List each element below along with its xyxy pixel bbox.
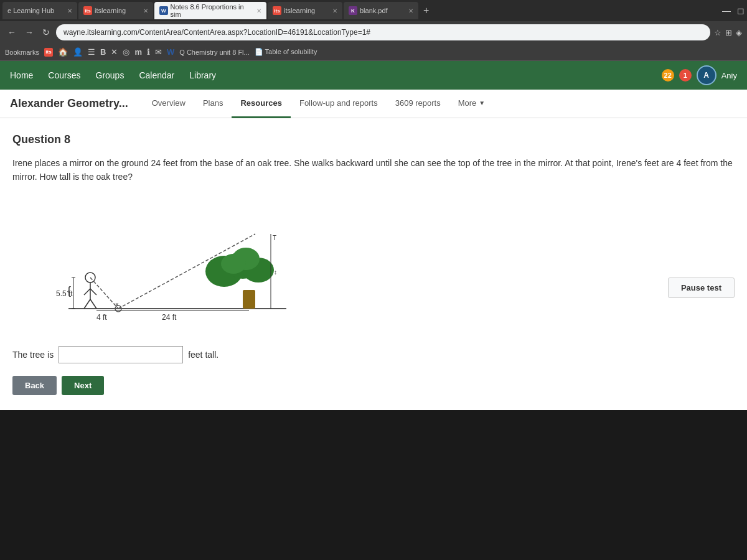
tab-blank[interactable]: K blank.pdf ✕ — [344, 2, 418, 19]
pause-test-button[interactable]: Pause test — [668, 278, 735, 298]
bookmark-icon-mail[interactable]: ✉ — [155, 47, 162, 57]
tab-icon-k: K — [349, 6, 357, 15]
answer-input[interactable] — [59, 346, 183, 363]
subnav-more[interactable]: More ▼ — [449, 90, 494, 118]
address-input[interactable] — [56, 24, 710, 40]
top-navigation: Home Courses Groups Calendar Library 22 … — [0, 61, 747, 90]
subnav-overview[interactable]: Overview — [143, 90, 194, 118]
svg-text:{: { — [67, 284, 71, 297]
next-button[interactable]: Next — [62, 376, 104, 395]
bookmark-icon-chemistry[interactable]: Q Chemistry unit 8 Fl... — [179, 49, 249, 56]
grid-icon[interactable]: ⊞ — [725, 28, 732, 37]
bookmark-icon-m[interactable]: m — [134, 47, 142, 57]
subnav-plans[interactable]: Plans — [194, 90, 232, 118]
user-name: Aniy — [721, 71, 737, 80]
nav-groups[interactable]: Groups — [96, 68, 125, 83]
tab-label: e Learning Hub — [7, 7, 54, 14]
tab-learning-hub[interactable]: e Learning Hub ✕ — [2, 2, 77, 19]
diagram-area: 5.5 ft { × T — [50, 197, 311, 334]
question-header: Question 8 — [12, 133, 735, 146]
svg-line-6 — [90, 289, 96, 295]
tab-label: Notes 8.6 Proportions in sim — [171, 3, 254, 18]
top-nav-right: 22 1 A Aniy — [662, 65, 737, 85]
svg-line-5 — [84, 289, 90, 295]
notification-badge-1[interactable]: 1 — [679, 69, 692, 82]
restore-icon[interactable]: ◻ — [737, 6, 745, 16]
nav-calendar[interactable]: Calendar — [139, 68, 174, 83]
tab-icon-its1: its — [83, 6, 92, 15]
minimize-icon[interactable]: — — [722, 6, 731, 16]
answer-area: The tree is feet tall. — [12, 346, 735, 363]
answer-prefix: The tree is — [12, 350, 54, 360]
subnav-resources[interactable]: Resources — [232, 90, 290, 118]
tab-close-its1[interactable]: ✕ — [143, 7, 148, 14]
question-text: Irene places a mirror on the ground 24 f… — [12, 156, 735, 184]
svg-text:×: × — [115, 301, 119, 308]
svg-text:T: T — [273, 235, 276, 241]
tab-label: blank.pdf — [360, 7, 388, 14]
tab-notes[interactable]: W Notes 8.6 Proportions in sim ✕ — [154, 2, 266, 19]
new-tab-button[interactable]: + — [420, 5, 433, 16]
main-content: Question 8 Irene places a mirror on the … — [0, 118, 747, 410]
browser-chrome: e Learning Hub ✕ its itslearning ✕ W Not… — [0, 0, 747, 61]
bookmark-icon-home[interactable]: 🏠 — [58, 47, 68, 57]
bookmark-icon-list[interactable]: ☰ — [88, 47, 95, 57]
reload-button[interactable]: ↻ — [40, 26, 52, 39]
bookmarks-label: Bookmarks — [5, 49, 39, 56]
address-bar: ← → ↻ ☆ ⊞ ◈ — [0, 21, 747, 44]
back-nav-button[interactable]: ← — [5, 26, 19, 39]
subnav-followup[interactable]: Follow-up and reports — [291, 90, 387, 118]
tab-label: itslearning — [95, 7, 126, 14]
svg-rect-16 — [243, 290, 255, 309]
tab-itslearning1[interactable]: its itslearning ✕ — [78, 2, 153, 19]
back-button[interactable]: Back — [12, 376, 57, 395]
page-content: Home Courses Groups Calendar Library 22 … — [0, 61, 747, 410]
pause-test-area: Pause test — [668, 278, 735, 298]
tab-itslearning2[interactable]: its itslearning ✕ — [268, 2, 342, 19]
notification-badge-22[interactable]: 22 — [662, 69, 674, 82]
svg-text:4 ft: 4 ft — [96, 313, 107, 322]
avatar-initials: A — [703, 71, 709, 80]
forward-nav-button[interactable]: → — [22, 26, 36, 39]
bookmark-icon-star2[interactable]: ✕ — [111, 47, 118, 57]
bookmark-its[interactable]: its — [44, 48, 53, 57]
tab-close-its2[interactable]: ✕ — [332, 7, 337, 14]
svg-line-4 — [90, 299, 96, 309]
bookmark-star-icon[interactable]: ☆ — [714, 28, 721, 37]
tab-bar: e Learning Hub ✕ its itslearning ✕ W Not… — [0, 0, 747, 21]
bookmarks-bar: Bookmarks its 🏠 👤 ☰ B ✕ ◎ m ℹ ✉ W Q Chem… — [0, 44, 747, 61]
nav-courses[interactable]: Courses — [48, 68, 80, 83]
extension-icon[interactable]: ◈ — [736, 28, 742, 37]
tab-close-blank[interactable]: ✕ — [408, 7, 413, 14]
answer-suffix: feet tall. — [188, 350, 218, 360]
bookmark-icon-compass[interactable]: ◎ — [123, 47, 129, 57]
bookmark-icon-person[interactable]: 👤 — [73, 47, 83, 57]
navigation-buttons: Back Next — [12, 376, 735, 395]
sub-navigation: Alexander Geometry... Overview Plans Res… — [0, 90, 747, 118]
course-title: Alexander Geometry... — [10, 97, 128, 110]
svg-line-3 — [84, 299, 90, 309]
more-label: More — [458, 98, 477, 108]
bookmark-icon-b[interactable]: B — [100, 47, 106, 57]
tab-icon-its2: its — [273, 6, 281, 15]
tab-close-notes[interactable]: ✕ — [256, 7, 261, 14]
nav-library[interactable]: Library — [189, 68, 216, 83]
user-avatar[interactable]: A — [697, 65, 716, 85]
bookmark-icon-table[interactable]: 📄 Table of solubility — [255, 48, 317, 56]
nav-home[interactable]: Home — [10, 68, 33, 83]
svg-text:↕: ↕ — [274, 269, 277, 276]
address-bar-icons: ☆ ⊞ ◈ — [714, 28, 742, 37]
tab-label: itslearning — [284, 7, 315, 14]
svg-text:24 ft: 24 ft — [162, 313, 177, 322]
diagram-svg: 5.5 ft { × T — [50, 197, 311, 334]
dropdown-arrow-icon: ▼ — [479, 100, 485, 106]
bookmark-icon-info[interactable]: ℹ — [147, 47, 150, 57]
subnav-360-label: 3609 reports — [395, 98, 441, 108]
bookmark-icon-its: its — [44, 48, 53, 57]
svg-point-21 — [221, 254, 246, 274]
window-controls: — ◻ — [722, 6, 745, 16]
subnav-360reports[interactable]: 3609 reports — [387, 90, 449, 118]
tab-close-learning-hub[interactable]: ✕ — [67, 7, 72, 14]
bookmark-icon-w2[interactable]: W — [167, 47, 174, 57]
tab-icon-word: W — [159, 6, 168, 15]
